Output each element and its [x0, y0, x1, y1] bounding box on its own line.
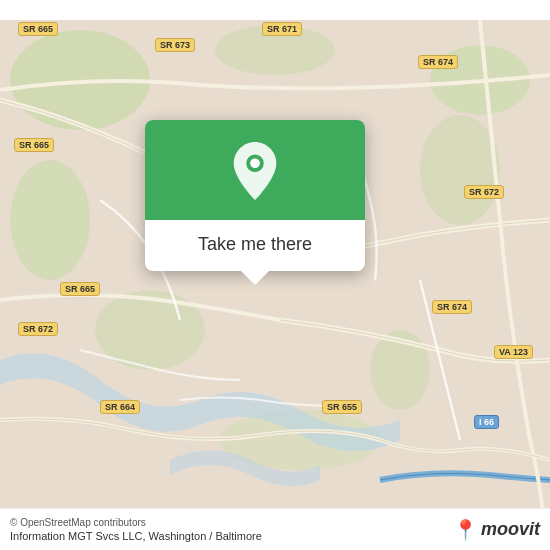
moovit-pin-icon: 📍 — [453, 518, 478, 542]
moovit-logo: 📍 moovit — [453, 518, 540, 542]
moovit-brand-name: moovit — [481, 519, 540, 540]
bottom-bar: © OpenStreetMap contributors Information… — [0, 508, 550, 550]
road-label-sr665-tl: SR 665 — [18, 22, 58, 36]
road-label-sr674-tr: SR 674 — [418, 55, 458, 69]
road-label-i66: I 66 — [474, 415, 499, 429]
road-label-sr672-r: SR 672 — [464, 185, 504, 199]
road-label-va123: VA 123 — [494, 345, 533, 359]
location-text: Information MGT Svcs LLC, Washington / B… — [10, 530, 262, 542]
road-label-sr665-bl: SR 665 — [60, 282, 100, 296]
map-svg — [0, 0, 550, 550]
road-label-sr671: SR 671 — [262, 22, 302, 36]
road-label-sr664: SR 664 — [100, 400, 140, 414]
take-me-there-button[interactable]: Take me there — [145, 220, 365, 271]
road-label-sr665-ml: SR 665 — [14, 138, 54, 152]
svg-point-10 — [250, 158, 260, 168]
svg-point-3 — [10, 160, 90, 280]
road-label-sr673: SR 673 — [155, 38, 195, 52]
road-label-sr674-br: SR 674 — [432, 300, 472, 314]
map-container: SR 665 SR 673 SR 671 SR 674 SR 665 SR 67… — [0, 0, 550, 550]
road-label-sr655: SR 655 — [322, 400, 362, 414]
popup-card: Take me there — [145, 120, 365, 271]
copyright-text: © OpenStreetMap contributors — [10, 517, 262, 528]
location-pin-icon — [229, 140, 281, 202]
road-label-sr672-bl: SR 672 — [18, 322, 58, 336]
popup-green-area — [145, 120, 365, 220]
svg-point-6 — [420, 115, 500, 225]
